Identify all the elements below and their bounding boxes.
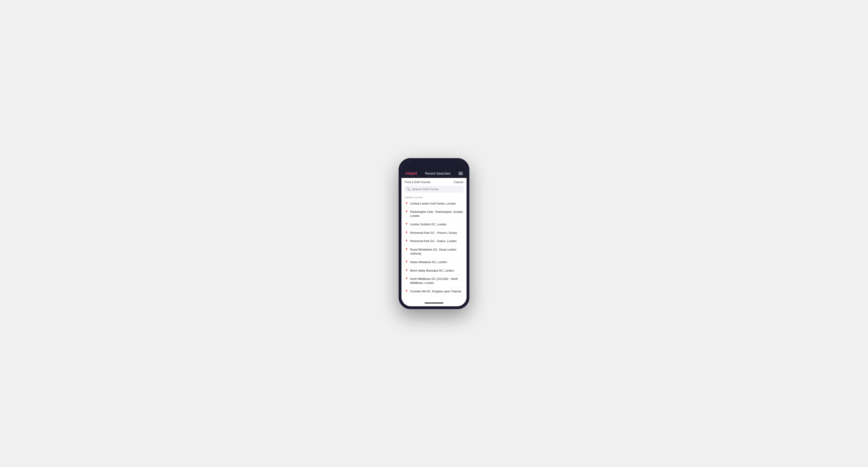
phone-notch-area xyxy=(401,161,467,169)
course-name: Richmond Park GC - Duke's, London xyxy=(410,239,457,243)
list-item[interactable]: 📍 Royal Wimbledon GC, Great London Autho… xyxy=(401,246,467,258)
search-input[interactable] xyxy=(412,187,461,191)
course-name: North Middlesex GC (1011942 - North Midd… xyxy=(410,277,463,285)
list-item[interactable]: 📍 Richmond Park GC - Prince's, Surrey xyxy=(401,229,467,238)
pin-icon: 📍 xyxy=(405,223,408,226)
list-item[interactable]: 📍 Central London Golf Centre, London xyxy=(401,199,467,208)
pin-icon: 📍 xyxy=(405,202,408,205)
course-name: London Scottish GC, London xyxy=(410,222,446,226)
phone-screen: clippd Recent Searches Find a Golf Cours… xyxy=(401,161,467,306)
pin-icon: 📍 xyxy=(405,248,408,251)
list-item[interactable]: 📍 Richmond Park GC - Duke's, London xyxy=(401,237,467,246)
find-bar: Find a Golf Course Cancel xyxy=(401,178,467,186)
home-indicator xyxy=(401,301,467,306)
course-name: Brent Valley Municipal GC, London xyxy=(410,269,454,273)
course-name: Central London Golf Centre, London xyxy=(410,202,456,206)
course-name: Coombe Hill GC, Kingston upon Thames xyxy=(410,289,461,293)
nearby-header: Nearby courses xyxy=(401,194,467,199)
find-label: Find a Golf Course xyxy=(405,180,430,184)
list-item[interactable]: 📍 London Scottish GC, London xyxy=(401,220,467,229)
content-area: Find a Golf Course Cancel 🔍 Nearby cours… xyxy=(401,178,467,301)
nav-bar: clippd Recent Searches xyxy=(401,169,467,178)
search-icon: 🔍 xyxy=(407,187,410,191)
list-item[interactable]: 📍 North Middlesex GC (1011942 - North Mi… xyxy=(401,275,467,287)
search-box: 🔍 xyxy=(404,186,464,192)
pin-icon: 📍 xyxy=(405,290,408,293)
phone-notch xyxy=(425,164,443,168)
pin-icon: 📍 xyxy=(405,231,408,235)
pin-icon: 📍 xyxy=(405,269,408,272)
list-item[interactable]: 📍 Coombe Hill GC, Kingston upon Thames xyxy=(401,287,467,296)
phone-device: clippd Recent Searches Find a Golf Cours… xyxy=(399,158,469,309)
list-item[interactable]: 📍 Brent Valley Municipal GC, London xyxy=(401,267,467,275)
pin-icon: 📍 xyxy=(405,240,408,243)
menu-icon[interactable] xyxy=(459,172,463,175)
course-name: Dukes Meadows GC, London xyxy=(410,260,447,264)
pin-icon: 📍 xyxy=(405,210,408,214)
nearby-section: Nearby courses 📍 Central London Golf Cen… xyxy=(401,194,467,301)
cancel-button[interactable]: Cancel xyxy=(454,180,463,184)
course-name: Roehampton Club - Roehampton, Greater Lo… xyxy=(410,210,463,218)
app-logo: clippd xyxy=(405,171,417,176)
pin-icon: 📍 xyxy=(405,260,408,264)
list-item[interactable]: 📍 Roehampton Club - Roehampton, Greater … xyxy=(401,208,467,220)
course-name: Richmond Park GC - Prince's, Surrey xyxy=(410,231,457,235)
pin-icon: 📍 xyxy=(405,277,408,281)
course-name: Royal Wimbledon GC, Great London Authori… xyxy=(410,248,463,256)
search-container: 🔍 xyxy=(401,186,467,194)
course-list: 📍 Central London Golf Centre, London 📍 R… xyxy=(401,199,467,296)
home-bar xyxy=(425,303,443,304)
list-item[interactable]: 📍 Dukes Meadows GC, London xyxy=(401,258,467,267)
nav-title: Recent Searches xyxy=(425,172,450,175)
